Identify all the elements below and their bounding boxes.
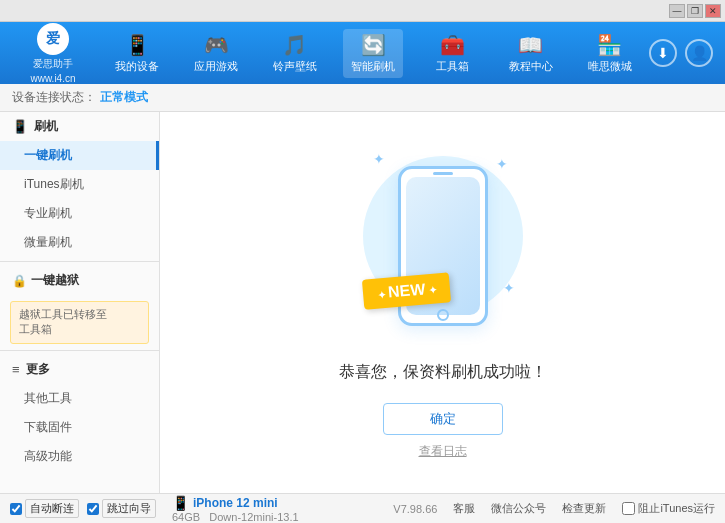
- device-detail: 64GB Down-12mini-13.1: [172, 511, 299, 523]
- download-firmware-label: 下载固件: [24, 419, 72, 436]
- stop-itunes-label: 阻止iTunes运行: [638, 501, 715, 516]
- try-link[interactable]: 查看日志: [419, 443, 467, 460]
- logo-area: 爱 爱思助手 www.i4.cn: [8, 23, 98, 84]
- confirm-button-label: 确定: [430, 410, 456, 428]
- other-tools-label: 其他工具: [24, 390, 72, 407]
- stop-itunes-checkbox[interactable]: [622, 502, 635, 515]
- nav-tutorial-label: 教程中心: [509, 59, 553, 74]
- sidebar-section-more: ≡ 更多: [0, 355, 159, 384]
- nav-ringtone-icon: 🎵: [282, 33, 307, 57]
- restore-button[interactable]: ❐: [687, 4, 703, 18]
- device-name-row: 📱 iPhone 12 mini: [172, 495, 299, 511]
- minimize-button[interactable]: —: [669, 4, 685, 18]
- success-text: 恭喜您，保资料刷机成功啦！: [339, 362, 547, 383]
- sidebar-notice: 越狱工具已转移至工具箱: [10, 301, 149, 344]
- auto-close-checkbox[interactable]: 自动断连: [10, 499, 79, 518]
- nav-app-games-label: 应用游戏: [194, 59, 238, 74]
- nav-bar: 📱 我的设备 🎮 应用游戏 🎵 铃声壁纸 🔄 智能刷机 🧰 工具箱 📖 教程中心…: [98, 29, 649, 78]
- skip-wizard-input[interactable]: [87, 503, 99, 515]
- phone-illustration: NEW ✦ ✦ ✦: [353, 146, 533, 346]
- pro-flash-label: 专业刷机: [24, 205, 72, 222]
- one-key-flash-label: 一键刷机: [24, 147, 72, 164]
- nav-toolbox[interactable]: 🧰 工具箱: [422, 29, 482, 78]
- header: 爱 爱思助手 www.i4.cn 📱 我的设备 🎮 应用游戏 🎵 铃声壁纸 🔄 …: [0, 22, 725, 84]
- main-area: 📱 刷机 一键刷机 iTunes刷机 专业刷机 微量刷机 🔒 一键越狱 越狱工具…: [0, 112, 725, 493]
- notice-text: 越狱工具已转移至工具箱: [19, 308, 107, 335]
- nav-tutorial[interactable]: 📖 教程中心: [501, 29, 561, 78]
- device-name: iPhone 12 mini: [193, 496, 278, 510]
- nav-wei-city-label: 唯思微城: [588, 59, 632, 74]
- sparkle-3: ✦: [503, 280, 515, 296]
- sidebar-item-itunes-flash[interactable]: iTunes刷机: [0, 170, 159, 199]
- sidebar-item-one-key-flash[interactable]: 一键刷机: [0, 141, 159, 170]
- nav-ringtone-wallpaper[interactable]: 🎵 铃声壁纸: [265, 29, 325, 78]
- device-system: Down-12mini-13.1: [209, 511, 298, 523]
- device-storage: 64GB: [172, 511, 200, 523]
- flash-section-icon: 📱: [12, 119, 28, 134]
- user-button[interactable]: 👤: [685, 39, 713, 67]
- check-update-link[interactable]: 检查更新: [562, 501, 606, 516]
- version-label: V7.98.66: [393, 503, 437, 515]
- window-controls[interactable]: — ❐ ✕: [669, 4, 721, 18]
- status-value: 正常模式: [100, 89, 148, 106]
- sidebar-item-restore-flash[interactable]: 微量刷机: [0, 228, 159, 257]
- nav-smart-flash-label: 智能刷机: [351, 59, 395, 74]
- sidebar-section-flash: 📱 刷机: [0, 112, 159, 141]
- stop-itunes: 阻止iTunes运行: [622, 501, 715, 516]
- nav-smart-flash[interactable]: 🔄 智能刷机: [343, 29, 403, 78]
- status-bar: 设备连接状态： 正常模式: [0, 84, 725, 112]
- sidebar-divider-2: [0, 350, 159, 351]
- auto-close-input[interactable]: [10, 503, 22, 515]
- customer-service-link[interactable]: 客服: [453, 501, 475, 516]
- nav-my-device-label: 我的设备: [115, 59, 159, 74]
- sidebar-item-advanced[interactable]: 高级功能: [0, 442, 159, 471]
- status-label: 设备连接状态：: [12, 89, 96, 106]
- device-info: 📱 iPhone 12 mini 64GB Down-12mini-13.1: [172, 495, 299, 523]
- more-section-icon: ≡: [12, 362, 20, 377]
- itunes-flash-label: iTunes刷机: [24, 176, 84, 193]
- nav-wei-city[interactable]: 🏪 唯思微城: [580, 29, 640, 78]
- nav-app-games[interactable]: 🎮 应用游戏: [186, 29, 246, 78]
- sidebar-item-other-tools[interactable]: 其他工具: [0, 384, 159, 413]
- nav-app-games-icon: 🎮: [204, 33, 229, 57]
- header-actions: ⬇ 👤: [649, 39, 717, 67]
- nav-my-device[interactable]: 📱 我的设备: [107, 29, 167, 78]
- nav-toolbox-label: 工具箱: [436, 59, 469, 74]
- phone-speaker: [433, 172, 453, 175]
- nav-wei-city-icon: 🏪: [597, 33, 622, 57]
- nav-smart-flash-icon: 🔄: [361, 33, 386, 57]
- sidebar: 📱 刷机 一键刷机 iTunes刷机 专业刷机 微量刷机 🔒 一键越狱 越狱工具…: [0, 112, 160, 493]
- bottom-right: V7.98.66 客服 微信公众号 检查更新 阻止iTunes运行: [393, 501, 715, 516]
- nav-ringtone-label: 铃声壁纸: [273, 59, 317, 74]
- logo-name: 爱思助手: [33, 57, 73, 71]
- logo-url: www.i4.cn: [30, 73, 75, 84]
- close-button[interactable]: ✕: [705, 4, 721, 18]
- skip-wizard-label: 跳过向导: [102, 499, 156, 518]
- sidebar-divider-1: [0, 261, 159, 262]
- skip-wizard-checkbox[interactable]: 跳过向导: [87, 499, 156, 518]
- jailbreak-section-label: 一键越狱: [31, 272, 79, 289]
- nav-toolbox-icon: 🧰: [440, 33, 465, 57]
- lock-icon: 🔒: [12, 274, 27, 288]
- flash-section-label: 刷机: [34, 118, 58, 135]
- sidebar-item-download-firmware[interactable]: 下载固件: [0, 413, 159, 442]
- sparkle-1: ✦: [373, 151, 385, 167]
- restore-flash-label: 微量刷机: [24, 234, 72, 251]
- center-content: NEW ✦ ✦ ✦ 恭喜您，保资料刷机成功啦！ 确定 查看日志: [160, 112, 725, 493]
- confirm-button[interactable]: 确定: [383, 403, 503, 435]
- phone-home-btn: [437, 309, 449, 321]
- nav-my-device-icon: 📱: [125, 33, 150, 57]
- wechat-public-link[interactable]: 微信公众号: [491, 501, 546, 516]
- advanced-label: 高级功能: [24, 448, 72, 465]
- title-bar: — ❐ ✕: [0, 0, 725, 22]
- sidebar-item-pro-flash[interactable]: 专业刷机: [0, 199, 159, 228]
- device-icon: 📱: [172, 495, 189, 511]
- nav-tutorial-icon: 📖: [518, 33, 543, 57]
- logo-icon: 爱: [37, 23, 69, 55]
- sidebar-section-jailbreak: 🔒 一键越狱: [0, 266, 159, 295]
- more-section-label: 更多: [26, 361, 50, 378]
- bottom-bar: 自动断连 跳过向导 📱 iPhone 12 mini 64GB Down-12m…: [0, 493, 725, 523]
- auto-close-label: 自动断连: [25, 499, 79, 518]
- download-button[interactable]: ⬇: [649, 39, 677, 67]
- sparkle-2: ✦: [496, 156, 508, 172]
